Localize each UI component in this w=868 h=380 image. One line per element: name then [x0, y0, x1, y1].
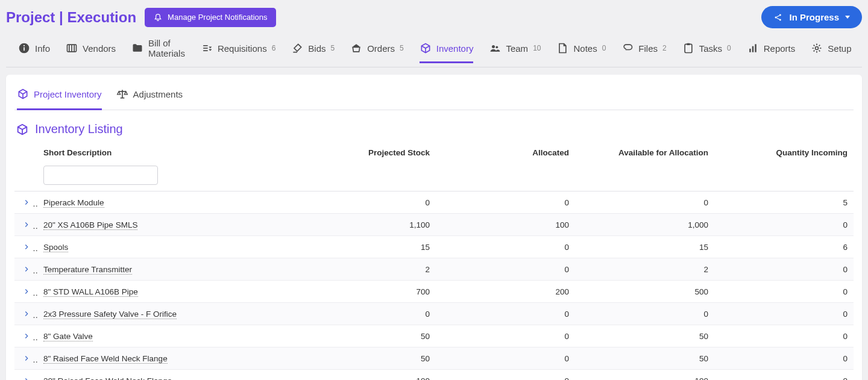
- table-row: 2x3 Pressure Safety Valve - F Orifice000…: [14, 303, 854, 325]
- tab-count: 10: [533, 44, 541, 52]
- notes-icon: [556, 42, 568, 54]
- tab-label: Orders: [367, 43, 395, 54]
- expand-row-button[interactable]: [20, 241, 33, 253]
- cell-description[interactable]: 20" XS A106B Pipe SMLS: [43, 220, 137, 230]
- req-icon: [201, 42, 213, 54]
- tab-count: 6: [272, 44, 276, 52]
- cell-description[interactable]: 8" Gate Valve: [43, 332, 93, 341]
- tab-label: Requisitions: [218, 43, 267, 54]
- subtab-adjustments[interactable]: Adjustments: [116, 84, 183, 110]
- cell-description[interactable]: Spools: [43, 243, 68, 252]
- status-button[interactable]: In Progress: [761, 6, 862, 28]
- col-incoming[interactable]: Quantity Incoming: [714, 143, 854, 162]
- chevron-down-icon: [845, 16, 850, 19]
- expand-row-button[interactable]: [20, 375, 33, 380]
- tab-files[interactable]: Files2: [621, 36, 666, 63]
- tab-inventory[interactable]: Inventory: [420, 36, 474, 63]
- chevron-right-icon: [22, 198, 31, 207]
- subtab-project-inventory-label: Project Inventory: [34, 89, 102, 99]
- cell-description[interactable]: 20" Raised Face Weld Neck Flange: [43, 376, 172, 381]
- manage-notifications-label: Manage Project Notifications: [168, 13, 267, 22]
- share-icon: [773, 13, 783, 22]
- chevron-right-icon: [22, 220, 31, 229]
- expand-row-button[interactable]: [20, 330, 33, 342]
- tab-setup[interactable]: Setup: [811, 36, 851, 63]
- cell-description[interactable]: Piperack Module: [43, 198, 104, 208]
- top-bar: Project | Execution Manage Project Notif…: [0, 0, 868, 32]
- cell-allocated: 0: [436, 236, 575, 258]
- bell-icon: [153, 13, 163, 22]
- cell-allocated: 0: [436, 347, 575, 370]
- col-short-description[interactable]: Short Description: [37, 143, 297, 162]
- cell-available: 50: [575, 325, 714, 347]
- tab-info[interactable]: Info: [18, 36, 50, 63]
- files-icon: [621, 42, 634, 54]
- cell-allocated: 100: [436, 214, 575, 236]
- main-panel: Project Inventory Adjustments Inventory …: [6, 75, 862, 380]
- tab-label: Bids: [308, 43, 326, 54]
- reports-icon: [747, 42, 759, 54]
- cell-projected: 700: [297, 281, 436, 303]
- listing-title: Inventory Listing: [16, 122, 123, 136]
- chevron-right-icon: [22, 332, 31, 340]
- status-label: In Progress: [789, 12, 839, 22]
- table-row: 20" XS A106B Pipe SMLS1,1001001,0000: [14, 214, 854, 236]
- chevron-right-icon: [22, 287, 31, 296]
- col-projected-stock[interactable]: Projected Stock: [297, 143, 436, 162]
- cell-projected: 0: [297, 303, 436, 325]
- expand-row-button[interactable]: [20, 196, 33, 208]
- page-title: Project | Execution: [6, 9, 136, 26]
- cell-available: 0: [575, 303, 714, 325]
- tab-bids[interactable]: Bids5: [291, 36, 335, 63]
- tab-vendors[interactable]: Vendors: [66, 36, 116, 63]
- chevron-right-icon: [22, 354, 31, 363]
- tab-count: 0: [727, 44, 731, 52]
- cell-available: 1,000: [575, 214, 714, 236]
- cell-allocated: 200: [436, 281, 575, 303]
- chevron-right-icon: [22, 265, 31, 273]
- tab-bill-of-materials[interactable]: Bill of Materials: [131, 32, 185, 67]
- cell-incoming: 0: [714, 258, 854, 281]
- cell-available: 15: [575, 236, 714, 258]
- expand-row-button[interactable]: [20, 352, 33, 364]
- tab-team[interactable]: Team10: [489, 36, 541, 63]
- manage-notifications-button[interactable]: Manage Project Notifications: [145, 8, 275, 27]
- tab-requisitions[interactable]: Requisitions6: [201, 36, 275, 63]
- inv-icon: [420, 42, 432, 54]
- cell-incoming: 6: [714, 236, 854, 258]
- balance-icon: [116, 88, 128, 100]
- cell-description[interactable]: 8" Raised Face Weld Neck Flange: [43, 354, 168, 364]
- table-row: 8" Raised Face Weld Neck Flange500500: [14, 347, 854, 370]
- col-available[interactable]: Available for Allocation: [575, 143, 714, 162]
- bom-icon: [131, 42, 143, 54]
- cell-projected: 50: [297, 347, 436, 370]
- tab-orders[interactable]: Orders5: [350, 36, 404, 63]
- tab-tasks[interactable]: Tasks0: [682, 36, 731, 63]
- cell-projected: 2: [297, 258, 436, 281]
- cell-projected: 0: [297, 192, 436, 214]
- expand-row-button[interactable]: [20, 285, 33, 297]
- cell-description[interactable]: 2x3 Pressure Safety Valve - F Orifice: [43, 310, 177, 319]
- cell-incoming: 0: [714, 281, 854, 303]
- cell-projected: 50: [297, 325, 436, 347]
- tab-label: Notes: [573, 43, 597, 54]
- expand-row-button[interactable]: [20, 308, 33, 320]
- col-allocated[interactable]: Allocated: [436, 143, 575, 162]
- tab-reports[interactable]: Reports: [747, 36, 796, 63]
- cell-description[interactable]: 8" STD WALL A106B Pipe: [43, 287, 138, 297]
- cell-incoming: 0: [714, 370, 854, 381]
- expand-row-button[interactable]: [20, 263, 33, 275]
- table-row: 8" Gate Valve500500: [14, 325, 854, 347]
- table-row: 20" Raised Face Weld Neck Flange10001000: [14, 370, 854, 381]
- tab-label: Inventory: [436, 43, 474, 54]
- cell-allocated: 0: [436, 370, 575, 381]
- table-row: 8" STD WALL A106B Pipe7002005000: [14, 281, 854, 303]
- chevron-right-icon: [22, 243, 31, 251]
- cell-description[interactable]: Temperature Transmitter: [43, 265, 132, 275]
- tab-notes[interactable]: Notes0: [556, 36, 606, 63]
- filter-short-description[interactable]: [43, 166, 158, 185]
- subtab-project-inventory[interactable]: Project Inventory: [17, 84, 102, 110]
- cell-allocated: 0: [436, 325, 575, 347]
- expand-row-button[interactable]: [20, 219, 33, 231]
- subtab-adjustments-label: Adjustments: [133, 89, 183, 99]
